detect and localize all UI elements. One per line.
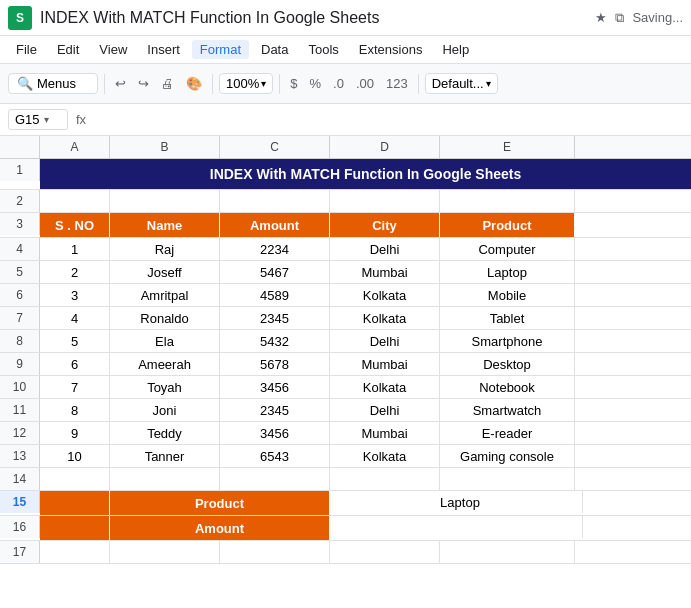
cell-city[interactable]: Mumbai <box>330 353 440 375</box>
cell-product[interactable]: Smartwatch <box>440 399 575 421</box>
zoom-control[interactable]: 100% ▾ <box>219 73 273 94</box>
cell-product[interactable]: Desktop <box>440 353 575 375</box>
cell-14a[interactable] <box>40 468 110 490</box>
cell-sno[interactable]: 7 <box>40 376 110 398</box>
cell-sno[interactable]: 3 <box>40 284 110 306</box>
menu-data[interactable]: Data <box>253 40 296 59</box>
cell-city[interactable]: Delhi <box>330 238 440 260</box>
menu-extensions[interactable]: Extensions <box>351 40 431 59</box>
cell-city[interactable]: Mumbai <box>330 261 440 283</box>
currency-button[interactable]: $ <box>286 74 301 93</box>
cell-2a[interactable] <box>40 190 110 212</box>
cell-name[interactable]: Toyah <box>110 376 220 398</box>
menu-help[interactable]: Help <box>434 40 477 59</box>
cell-reference[interactable]: G15 ▾ <box>8 109 68 130</box>
cell-2c[interactable] <box>220 190 330 212</box>
cell-city[interactable]: Kolkata <box>330 376 440 398</box>
cell-city[interactable]: Kolkata <box>330 445 440 467</box>
cell-name[interactable]: Joseff <box>110 261 220 283</box>
result-amount-value[interactable] <box>338 516 583 538</box>
cell-sno[interactable]: 8 <box>40 399 110 421</box>
cell-name[interactable]: Amritpal <box>110 284 220 306</box>
result-amount-label[interactable]: Amount <box>110 516 330 540</box>
cell-amount[interactable]: 5678 <box>220 353 330 375</box>
menu-format[interactable]: Format <box>192 40 249 59</box>
cell-sno[interactable]: 6 <box>40 353 110 375</box>
col-header-b[interactable]: B <box>110 136 220 158</box>
star-icon[interactable]: ★ <box>595 10 607 25</box>
font-selector[interactable]: Default... ▾ <box>425 73 498 94</box>
cell-17b[interactable] <box>110 541 220 563</box>
result-product-label[interactable]: Product <box>110 491 330 515</box>
cell-amount[interactable]: 5432 <box>220 330 330 352</box>
document-title[interactable]: INDEX With MATCH Function In Google Shee… <box>40 9 595 27</box>
cell-amount[interactable]: 3456 <box>220 376 330 398</box>
cell-product[interactable]: Gaming console <box>440 445 575 467</box>
col-header-e[interactable]: E <box>440 136 575 158</box>
cell-name[interactable]: Ameerah <box>110 353 220 375</box>
cell-city[interactable]: Kolkata <box>330 307 440 329</box>
decimal-left-button[interactable]: .0 <box>329 74 348 93</box>
cell-amount[interactable]: 6543 <box>220 445 330 467</box>
cell-amount[interactable]: 2345 <box>220 307 330 329</box>
cell-2b[interactable] <box>110 190 220 212</box>
menu-tools[interactable]: Tools <box>300 40 346 59</box>
paint-format-button[interactable]: 🎨 <box>182 74 206 93</box>
result-product-value[interactable]: Laptop <box>338 491 583 513</box>
cell-name[interactable]: Raj <box>110 238 220 260</box>
cell-17a[interactable] <box>40 541 110 563</box>
header-sno[interactable]: S . NO <box>40 213 110 237</box>
cell-14d[interactable] <box>330 468 440 490</box>
menus-search[interactable]: 🔍 Menus <box>8 73 98 94</box>
cell-17d[interactable] <box>330 541 440 563</box>
cell-product[interactable]: Notebook <box>440 376 575 398</box>
cell-amount[interactable]: 2234 <box>220 238 330 260</box>
number-format-button[interactable]: 123 <box>382 74 412 93</box>
cell-product[interactable]: Computer <box>440 238 575 260</box>
cell-15a[interactable] <box>40 491 110 515</box>
cell-amount[interactable]: 2345 <box>220 399 330 421</box>
menu-edit[interactable]: Edit <box>49 40 87 59</box>
cell-product[interactable]: Smartphone <box>440 330 575 352</box>
cell-sno[interactable]: 9 <box>40 422 110 444</box>
cell-city[interactable]: Delhi <box>330 330 440 352</box>
cell-16a[interactable] <box>40 516 110 540</box>
header-name[interactable]: Name <box>110 213 220 237</box>
cell-14b[interactable] <box>110 468 220 490</box>
cell-14e[interactable] <box>440 468 575 490</box>
cell-17e[interactable] <box>440 541 575 563</box>
cell-name[interactable]: Ela <box>110 330 220 352</box>
copy-icon[interactable]: ⧉ <box>615 10 624 26</box>
cell-name[interactable]: Ronaldo <box>110 307 220 329</box>
print-button[interactable]: 🖨 <box>157 74 178 93</box>
cell-sno[interactable]: 1 <box>40 238 110 260</box>
cell-product[interactable]: Tablet <box>440 307 575 329</box>
cell-17c[interactable] <box>220 541 330 563</box>
cell-city[interactable]: Kolkata <box>330 284 440 306</box>
cell-city[interactable]: Mumbai <box>330 422 440 444</box>
cell-sno[interactable]: 4 <box>40 307 110 329</box>
cell-sno[interactable]: 2 <box>40 261 110 283</box>
decimal-right-button[interactable]: .00 <box>352 74 378 93</box>
cell-15c[interactable] <box>330 491 338 513</box>
percent-button[interactable]: % <box>305 74 325 93</box>
cell-name[interactable]: Tanner <box>110 445 220 467</box>
col-header-c[interactable]: C <box>220 136 330 158</box>
cell-product[interactable]: Mobile <box>440 284 575 306</box>
cell-2d[interactable] <box>330 190 440 212</box>
cell-sno[interactable]: 10 <box>40 445 110 467</box>
col-header-a[interactable]: A <box>40 136 110 158</box>
cell-amount[interactable]: 4589 <box>220 284 330 306</box>
cell-2e[interactable] <box>440 190 575 212</box>
menu-view[interactable]: View <box>91 40 135 59</box>
cell-city[interactable]: Delhi <box>330 399 440 421</box>
cell-name[interactable]: Joni <box>110 399 220 421</box>
redo-button[interactable]: ↪ <box>134 74 153 93</box>
menu-insert[interactable]: Insert <box>139 40 188 59</box>
undo-button[interactable]: ↩ <box>111 74 130 93</box>
cell-16c[interactable] <box>330 516 338 538</box>
cell-name[interactable]: Teddy <box>110 422 220 444</box>
cell-product[interactable]: E-reader <box>440 422 575 444</box>
cell-amount[interactable]: 3456 <box>220 422 330 444</box>
menu-file[interactable]: File <box>8 40 45 59</box>
